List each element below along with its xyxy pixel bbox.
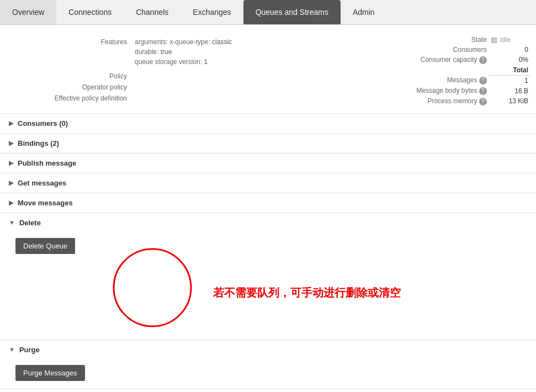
svg-point-0 [114,249,191,326]
main-content: Features Policy Operator policy Effectiv… [0,25,536,392]
purge-section: ▼ Purge Purge Messages [0,340,536,389]
consumers-section-label: Consumers (0) [18,119,68,128]
consumers-row: Consumers 0 [359,45,530,55]
body-bytes-row: Message body bytes ? 16 B [359,86,530,96]
consumers-label: Consumers [359,45,489,55]
routing-section: ▶ Routing Metrics (Advanced) [0,389,536,392]
total-header: Total [489,65,530,76]
purge-messages-button[interactable]: Purge Messages [15,365,85,381]
delete-section-label: Delete [19,219,41,227]
state-value: idle [500,36,511,44]
move-messages-section: ▶ Move messages [0,193,536,213]
delete-section-content: Delete Queue 若不需要队列，可手动进行删除或清空 [0,232,536,340]
move-section-label: Move messages [18,199,73,207]
middle-values-panel: arguments: x-queue-type: classic durable… [132,35,359,107]
nav-admin[interactable]: Admin [341,0,387,24]
effective-policy-label: Effective policy definition [55,94,127,102]
annotation-circle-svg [108,243,197,332]
bindings-section-header[interactable]: ▶ Bindings (2) [0,134,536,153]
state-label: State [359,35,489,45]
purge-section-content: Purge Messages [0,359,536,389]
operator-policy-label: Operator policy [82,83,127,91]
annotation-area: 若不需要队列，可手动进行删除或清空 [75,238,401,332]
nav-overview[interactable]: Overview [0,0,56,24]
state-icon [491,38,497,43]
features-label: Features [101,38,127,46]
process-memory-value: 13 KiB [489,96,530,107]
bindings-section: ▶ Bindings (2) [0,134,536,153]
consumers-value: 0 [489,45,530,55]
annotation-text: 若不需要队列，可手动进行删除或清空 [213,274,401,300]
process-memory-label: Process memory ? [359,96,489,107]
messages-label: Messages ? [359,75,489,86]
metrics-table: State idle Consumers 0 Consumer capacity [359,35,530,107]
state-value-cell: idle [489,35,530,45]
move-toggle-icon: ▶ [9,199,13,206]
messages-row: Messages ? 1 [359,75,530,86]
queue-info-section: Features Policy Operator policy Effectiv… [0,30,536,114]
durable-row: durable: true [132,47,359,57]
publish-toggle-icon: ▶ [9,160,13,167]
routing-section-header[interactable]: ▶ Routing Metrics (Advanced) [0,389,536,392]
capacity-label: Consumer capacity ? [359,55,489,65]
purge-section-label: Purge [19,346,40,354]
body-bytes-label: Message body bytes ? [359,86,489,96]
state-row: State idle [359,35,530,45]
capacity-value: 0% [489,55,530,65]
arguments-row: arguments: x-queue-type: classic [132,37,359,47]
left-labels-panel: Features Policy Operator policy Effectiv… [0,35,132,107]
publish-section-label: Publish message [18,159,76,167]
process-memory-row: Process memory ? 13 KiB [359,96,530,107]
nav-exchanges[interactable]: Exchanges [181,0,243,24]
publish-section-header[interactable]: ▶ Publish message [0,153,536,173]
consumers-section-header[interactable]: ▶ Consumers (0) [0,114,536,133]
messages-help-icon[interactable]: ? [479,77,487,84]
process-memory-help-icon[interactable]: ? [479,98,487,105]
publish-section: ▶ Publish message [0,153,536,173]
policy-label: Policy [109,72,127,80]
get-toggle-icon: ▶ [9,179,13,187]
body-bytes-value: 16 B [489,86,530,96]
purge-section-header[interactable]: ▼ Purge [0,340,536,359]
consumers-toggle-icon: ▶ [9,120,13,127]
get-section-label: Get messages [18,179,66,187]
consumers-section: ▶ Consumers (0) [0,114,536,134]
metrics-header-row: Total [359,65,530,76]
delete-toggle-icon: ▼ [9,219,15,226]
nav-connections[interactable]: Connections [56,0,124,24]
get-messages-section-header[interactable]: ▶ Get messages [0,173,536,193]
right-metrics-panel: State idle Consumers 0 Consumer capacity [359,35,536,107]
body-bytes-help-icon[interactable]: ? [479,87,487,95]
capacity-row: Consumer capacity ? 0% [359,55,530,65]
move-messages-section-header[interactable]: ▶ Move messages [0,193,536,213]
bindings-toggle-icon: ▶ [9,140,13,147]
purge-toggle-icon: ▼ [9,346,15,353]
nav-queues-streams[interactable]: Queues and Streams [243,0,341,24]
get-messages-section: ▶ Get messages [0,173,536,193]
delete-section: ▼ Delete Delete Queue 若不需要队列，可手动进行删除或清空 [0,213,536,340]
top-navigation: Overview Connections Channels Exchanges … [0,0,536,25]
delete-section-header[interactable]: ▼ Delete [0,213,536,232]
circle-annotation [108,243,197,332]
nav-channels[interactable]: Channels [124,0,181,24]
delete-queue-button[interactable]: Delete Queue [15,238,75,254]
bindings-section-label: Bindings (2) [18,139,59,147]
storage-row: queue storage version: 1 [132,57,359,67]
messages-value: 1 [489,75,530,86]
capacity-help-icon[interactable]: ? [479,56,487,64]
